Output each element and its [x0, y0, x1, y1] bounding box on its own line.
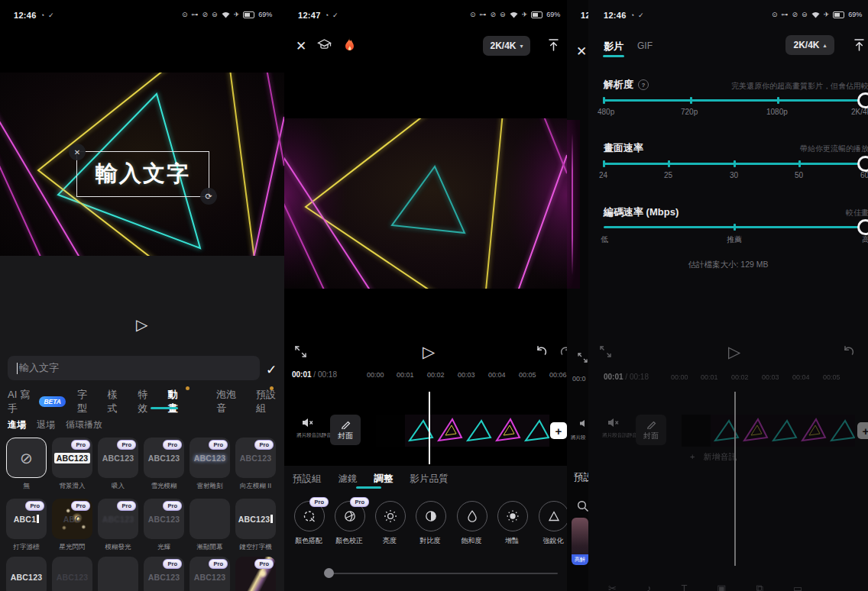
tab-style[interactable]: 樣式	[108, 388, 127, 415]
tool-brightness[interactable]: 亮度	[375, 501, 404, 546]
export-quality-dropdown[interactable]: 2K/4K ▾	[483, 36, 530, 56]
play-button-mid[interactable]: ▷	[423, 343, 435, 361]
video-preview-left[interactable]: 輸入文字 ✕ ⟳	[0, 73, 284, 256]
airplane-icon: ✈	[234, 11, 240, 18]
dnd-icon: ⊖	[802, 11, 808, 18]
animation-grid-row3: ABC123 ABC123 ABC123 Pro ABC123 Pro Pro	[6, 557, 276, 591]
anim-preset[interactable]: ABC123 Pro 向左模糊 II	[235, 438, 276, 491]
pro-badge: Pro	[25, 501, 44, 511]
add-clip-button[interactable]: +	[550, 422, 567, 439]
anim-preset[interactable]: ABC123	[6, 557, 47, 591]
tool-vibrance[interactable]: 增豔	[497, 501, 526, 546]
resolution-slider-track[interactable]	[604, 99, 868, 102]
undo-button[interactable]	[535, 345, 548, 357]
anim-preset[interactable]: 漸顯開幕	[189, 499, 230, 552]
active-tab-underline	[603, 55, 624, 57]
pro-badge: Pro	[254, 559, 274, 569]
none-icon: ⊘	[20, 449, 33, 467]
mute-clip-audio-icon	[607, 417, 620, 428]
framerate-slider-thumb[interactable]	[857, 156, 868, 172]
anim-preset[interactable]	[98, 557, 138, 591]
tab-filters[interactable]: 濾鏡	[338, 473, 358, 486]
subtab-exit[interactable]: 退場	[37, 418, 55, 431]
tab-ai-writer[interactable]: AI 寫手 BETA	[8, 388, 66, 415]
close-editor-button[interactable]: ✕	[296, 38, 306, 54]
clock-icon: ◔	[325, 11, 329, 19]
text-input[interactable]: 輸入文字	[8, 356, 260, 380]
playhead[interactable]	[429, 392, 430, 464]
overlay-text: 輸入文字	[77, 159, 209, 189]
anim-preset[interactable]: ABC123 鏤空打字機	[235, 499, 276, 552]
anim-preset[interactable]: ABC123 Pro 背景滑入	[52, 438, 92, 491]
delete-text-handle[interactable]: ✕	[69, 144, 86, 160]
tool-color-correct[interactable]: Pro 顏色校正	[335, 501, 364, 546]
tool-sharpen[interactable]: 強銳化	[539, 501, 568, 546]
anim-preset[interactable]: ABC123 Pro 模糊發光	[98, 499, 138, 552]
tool-saturation[interactable]: 飽和度	[457, 501, 486, 546]
tab-bubble[interactable]: 泡泡音	[216, 388, 245, 415]
mute-label-fragment: 將片段	[571, 434, 586, 441]
anim-preset[interactable]: ABC123 Pro 光輝	[144, 499, 184, 552]
anim-preset[interactable]: ABC123 Pro	[144, 557, 184, 591]
tab-animation[interactable]: 動畫	[168, 388, 187, 415]
resolution-slider-thumb[interactable]	[857, 92, 868, 108]
confirm-button[interactable]: ✓	[266, 362, 277, 378]
key-icon: ⊶	[192, 11, 199, 18]
timeline-ruler[interactable]: 00:00 · 00:01 · 00:02 · 00:03 · 00:04 · …	[284, 371, 567, 380]
tab-video-quality[interactable]: 影片品質	[410, 473, 449, 486]
tutorial-cap-icon[interactable]	[317, 38, 332, 52]
preset-avatar-thumbnail[interactable]: 高解	[572, 518, 588, 565]
fullscreen-button[interactable]	[294, 345, 307, 358]
typing-caret	[37, 515, 39, 523]
anim-none[interactable]: ⊘ 無	[6, 438, 47, 491]
export-quality-dropdown[interactable]: 2K/4K ▴	[785, 35, 834, 55]
anim-preset[interactable]: ABC123 Pro	[189, 557, 230, 591]
subtab-loop[interactable]: 循環播放	[66, 418, 102, 431]
sticker-icon: ▣	[717, 583, 726, 591]
adjust-slider-thumb[interactable]	[324, 568, 334, 578]
export-button[interactable]	[547, 38, 560, 52]
tab-effect[interactable]: 特效	[138, 388, 157, 415]
timeline-clip[interactable]	[376, 415, 549, 450]
play-button-left[interactable]: ▷	[136, 315, 147, 334]
anim-preset[interactable]: ABC123 Pro 雪光模糊	[144, 438, 184, 491]
tab-adjust[interactable]: 調整	[374, 473, 394, 486]
anim-preset[interactable]: ABC123 Pro 雷射雕刻	[189, 438, 230, 491]
close-button-fragment[interactable]: ✕	[576, 44, 587, 60]
anim-preset[interactable]: ABC123 Pro 吸入	[98, 438, 138, 491]
animation-grid-row2: ABC1 Pro 打字游標 ABC Pro 星光閃閃 ABC123 Pro 模糊…	[6, 499, 276, 552]
tab-video[interactable]: 影片	[604, 40, 623, 53]
text-cursor	[17, 363, 18, 374]
tab-font[interactable]: 字型	[77, 388, 96, 415]
anim-preset[interactable]: ABC1 Pro 打字游標	[6, 499, 47, 552]
bitrate-slider-track[interactable]	[604, 226, 868, 228]
export-button[interactable]	[853, 38, 866, 52]
framerate-slider-track[interactable]	[604, 163, 868, 165]
status-bar-mid: 12:47 ◔ ✓	[298, 11, 338, 20]
help-icon[interactable]: ?	[638, 79, 649, 90]
search-icon[interactable]	[577, 500, 588, 512]
cover-button[interactable]: 封面	[330, 415, 361, 445]
tool-contrast[interactable]: 對比度	[416, 501, 445, 546]
mute-clip-audio-icon[interactable]	[302, 417, 315, 428]
tab-preset[interactable]: 預設組	[256, 388, 284, 415]
tool-color-match[interactable]: Pro 顏色搭配	[294, 501, 323, 546]
rotate-scale-handle[interactable]: ⟳	[200, 188, 217, 205]
audio-icon: ♪	[646, 583, 652, 591]
tab-gif[interactable]: GIF	[637, 40, 653, 51]
adjust-value-slider[interactable]	[329, 573, 558, 574]
video-preview-mid[interactable]	[284, 118, 567, 289]
bitrate-slider-thumb[interactable]	[857, 219, 868, 235]
bottom-toolbar-icons: ✂ ♪ T ▣ ⧉ ▭	[608, 583, 802, 591]
pro-badge: Pro	[163, 559, 182, 569]
mute-icon: ⊘	[792, 11, 798, 18]
anim-preset[interactable]: ABC123	[52, 557, 92, 591]
anim-preset[interactable]: ABC Pro 星光閃閃	[52, 499, 92, 552]
tab-presets[interactable]: 預設組	[293, 473, 322, 486]
trending-flame-icon[interactable]	[343, 37, 356, 53]
subtab-enter[interactable]: 進場	[8, 418, 26, 431]
clip-thumbnails	[376, 415, 549, 447]
text-selection-box[interactable]: 輸入文字 ✕ ⟳	[76, 151, 209, 197]
saturation-icon	[465, 509, 479, 523]
anim-preset[interactable]: Pro	[235, 557, 276, 591]
